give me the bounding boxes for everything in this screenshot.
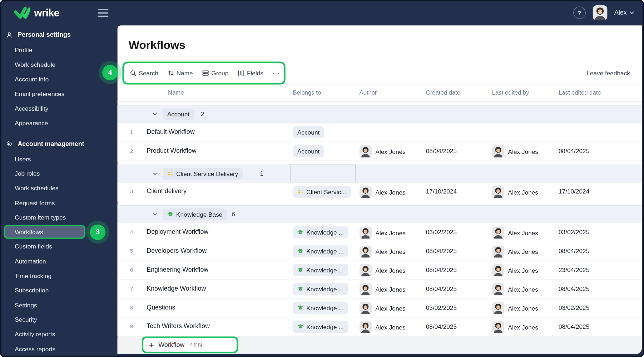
column-created-date[interactable]: Created date: [426, 90, 460, 96]
belongs-to-badge[interactable]: Knowledge ...: [293, 264, 348, 276]
sidebar-item-work-schedules[interactable]: Work schedules: [0, 181, 118, 196]
table-row[interactable]: 2Product WorkflowAccountAlex Jones08/04/…: [118, 142, 642, 161]
table-row[interactable]: 6Engineering WorkflowKnowledge ...Alex J…: [118, 261, 642, 280]
avatar: [360, 145, 372, 157]
column-last-edited-by[interactable]: Last edited by: [492, 90, 529, 96]
author-cell: Alex Jones: [360, 302, 406, 314]
user-avatar[interactable]: [593, 5, 607, 20]
page-title: Workflows: [129, 39, 185, 52]
avatar: [492, 226, 504, 238]
belongs-to-badge[interactable]: Knowledge ...: [293, 321, 348, 333]
sidebar-section-header-personal-settings[interactable]: Personal settings: [0, 27, 118, 43]
column-last-edited-date[interactable]: Last edited date: [559, 90, 601, 96]
settings-sidebar: Personal settingsProfileWork scheduleAcc…: [0, 25, 118, 357]
row-number: 2: [122, 148, 133, 154]
group-row-account[interactable]: Account2: [118, 105, 642, 123]
leave-feedback-link[interactable]: Leave feedback: [586, 70, 630, 77]
belongs-to-badge[interactable]: Knowledge ...: [293, 283, 348, 295]
sidebar-item-activity-reports[interactable]: Activity reports: [0, 327, 118, 342]
last-edited-date: 08/04/2025: [559, 147, 589, 155]
badge-label: Knowledge Base: [176, 211, 222, 218]
sidebar-item-settings[interactable]: Settings: [0, 298, 118, 312]
belongs-to-badge[interactable]: Knowledge ...: [293, 302, 348, 314]
last-edited-by-cell: Alex Jones: [492, 145, 538, 157]
table-row[interactable]: 8QuestionsKnowledge ...Alex Jones03/02/2…: [118, 299, 642, 318]
sidebar-item-accessibility[interactable]: Accessibility: [0, 101, 118, 116]
belongs-to-badge[interactable]: Knowledge Base: [163, 208, 227, 220]
sidebar-item-access-reports[interactable]: Access reports: [0, 341, 118, 356]
belongs-to-badge[interactable]: Knowledge ...: [293, 226, 348, 238]
table-row[interactable]: 5Developers WorkflowKnowledge ...Alex Jo…: [118, 242, 642, 261]
sidebar-item-label: Access reports: [15, 345, 55, 352]
sidebar-section-header-account-management[interactable]: Account management: [0, 136, 118, 152]
sidebar-item-job-roles[interactable]: Job roles: [0, 166, 118, 181]
collapse-chevron-icon[interactable]: [152, 212, 158, 217]
table-row[interactable]: 4Deployment WorkflowKnowledge ...Alex Jo…: [118, 223, 642, 242]
last-edited-date: 03/02/2025: [559, 304, 589, 311]
sidebar-item-workflows[interactable]: Workflows3: [0, 225, 118, 239]
knowledge-green-icon: [167, 211, 173, 217]
avatar: [360, 264, 372, 276]
row-number: 7: [122, 286, 133, 292]
sort-button[interactable]: Name: [167, 70, 193, 77]
sidebar-item-automation[interactable]: Automation: [0, 254, 118, 268]
badge-label: Knowledge ...: [306, 323, 343, 331]
belongs-to-badge[interactable]: Client Service Delivery: [163, 168, 243, 180]
sidebar-item-label: Custom item types: [15, 214, 66, 221]
sidebar-item-account-info[interactable]: Account info: [0, 72, 118, 86]
sidebar-item-custom-fields[interactable]: Custom fields: [0, 239, 118, 254]
belongs-to-badge[interactable]: Knowledge ...: [293, 245, 348, 257]
table-row[interactable]: 7Knowledge WorkflowKnowledge ...Alex Jon…: [118, 280, 642, 299]
search-button[interactable]: Search: [130, 70, 158, 77]
person-name: Alex Jones: [508, 323, 538, 331]
column-author[interactable]: Author: [360, 90, 377, 96]
table-row[interactable]: 3Client deliveryClient Servic...Alex Jon…: [118, 182, 642, 201]
column-name[interactable]: Name: [168, 90, 184, 96]
wrike-logo[interactable]: wrike: [14, 6, 59, 19]
fields-button[interactable]: Fields: [238, 70, 263, 77]
collapse-chevron-icon[interactable]: [152, 171, 158, 176]
group-row-client-service-delivery[interactable]: Client Service Delivery1: [118, 165, 642, 183]
belongs-to-badge[interactable]: Client Servic...: [293, 186, 351, 198]
sidebar-item-subscription[interactable]: Subscription: [0, 283, 118, 298]
avatar: [492, 321, 504, 333]
created-date: 08/04/2025: [426, 266, 457, 273]
sidebar-item-appearance[interactable]: Appearance: [0, 116, 118, 130]
more-options-button[interactable]: ⋯: [272, 69, 280, 77]
sidebar-item-security[interactable]: Security: [0, 312, 118, 327]
table-row[interactable]: 1Default WorkflowAccount: [118, 123, 642, 142]
sidebar-item-custom-item-types[interactable]: Custom item types: [0, 210, 118, 225]
annotation-step-4: 4: [102, 65, 118, 81]
table-row[interactable]: 9Tech Writers WorkflowKnowledge ...Alex …: [118, 318, 642, 337]
sidebar-item-request-forms[interactable]: Request forms: [0, 195, 118, 210]
belongs-to-badge[interactable]: Account: [163, 108, 194, 120]
sidebar-item-email-preferences[interactable]: Email preferences: [0, 86, 118, 101]
group-button[interactable]: Group: [202, 70, 228, 77]
app-window: wrike ? Alex Personal settingsProfileWor…: [0, 0, 644, 357]
sidebar-item-users[interactable]: Users: [0, 152, 118, 166]
created-date: 17/10/2024: [426, 188, 457, 195]
group-row-knowledge-base[interactable]: Knowledge Base6: [118, 205, 642, 223]
row-number: 4: [122, 229, 133, 235]
person-icon: [6, 31, 13, 39]
created-date: 03/02/2025: [426, 228, 457, 236]
sort-arrows-icon: [167, 70, 174, 76]
help-icon[interactable]: ?: [573, 6, 585, 19]
belongs-to-badge[interactable]: Account: [293, 145, 324, 157]
person-name: Alex Jones: [375, 229, 405, 236]
last-edited-by-cell: Alex Jones: [492, 321, 538, 333]
user-menu[interactable]: Alex: [614, 9, 634, 16]
column-belongs-to[interactable]: Belongs to: [293, 90, 321, 96]
add-workflow-button[interactable]: + Workflow ^⇧N: [142, 336, 238, 353]
collapse-chevron-icon[interactable]: [152, 112, 158, 117]
focused-cell-outline: [291, 165, 356, 183]
last-edited-by-cell: Alex Jones: [492, 302, 538, 314]
sidebar-item-time-tracking[interactable]: Time tracking: [0, 268, 118, 283]
hamburger-menu-icon[interactable]: [98, 9, 109, 17]
avatar: [360, 283, 372, 295]
belongs-to-badge[interactable]: Account: [293, 126, 324, 138]
sidebar-item-profile[interactable]: Profile: [0, 43, 118, 57]
table-footer: + Workflow ^⇧N 5: [118, 338, 642, 354]
sidebar-item-work-schedule[interactable]: Work schedule: [0, 57, 118, 72]
last-edited-date: 08/04/2025: [559, 247, 589, 255]
